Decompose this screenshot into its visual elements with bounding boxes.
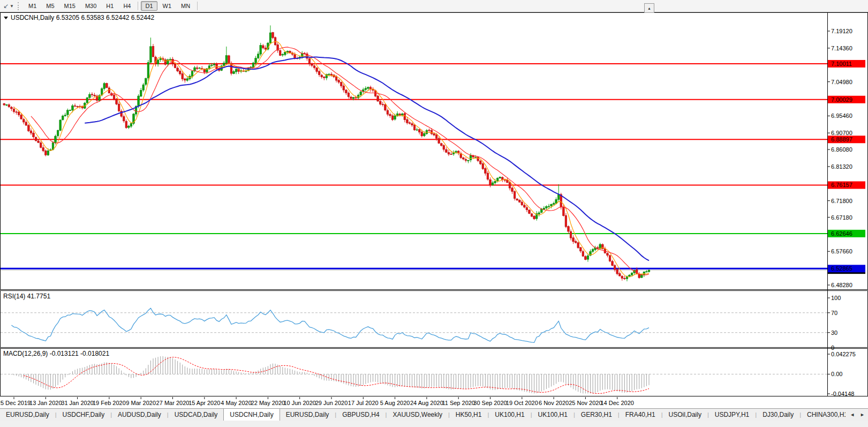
candle-body (365, 88, 367, 90)
candle-body (318, 71, 320, 75)
timeframe-button-d1[interactable]: D1 (141, 1, 157, 11)
tab-audusd-daily[interactable]: AUDUSD,Daily (112, 409, 167, 421)
scrollbar-up-button[interactable]: ▲ (644, 3, 654, 13)
candle-body (540, 209, 542, 212)
candle-body (465, 159, 467, 160)
tab-usdcnh-daily[interactable]: USDCNH,Daily (223, 409, 280, 421)
tab-scroll-left-icon[interactable]: ◄ (848, 411, 857, 418)
candle-body (446, 149, 448, 152)
date-label: 9 Mar 2020 (126, 400, 156, 406)
candle-body (116, 99, 118, 104)
candle-body (406, 119, 409, 123)
candle-body (130, 123, 132, 126)
timeframe-button-m1[interactable]: M1 (24, 1, 41, 11)
candle-body (20, 115, 22, 119)
candle-body (294, 55, 296, 58)
chart-dropdown-caret-icon[interactable]: ▼ (10, 4, 16, 9)
tab-usdchf-daily[interactable]: USDCHF,Daily (57, 409, 111, 421)
tab-ger30-h1[interactable]: GER30,H1 (575, 409, 618, 421)
candle-body (629, 275, 631, 276)
candle-body (391, 116, 394, 119)
tab-xauusd-weekly[interactable]: XAUUSD,Weekly (387, 409, 448, 421)
candle-body (42, 148, 44, 151)
candle-body (440, 144, 442, 146)
candle-body (438, 138, 440, 143)
price-tick-label: 6.95460 (831, 113, 852, 119)
date-label: 10 Jun 2020 (283, 400, 316, 406)
candle-body (529, 210, 531, 213)
tab-usdcad-daily[interactable]: USDCAD,Daily (169, 409, 224, 421)
candle-body (169, 59, 171, 60)
timeframe-button-m15[interactable]: M15 (60, 1, 80, 11)
candle-body (13, 109, 15, 111)
timeframe-button-m5[interactable]: M5 (42, 1, 58, 11)
timeframe-button-mn[interactable]: MN (177, 1, 194, 11)
candle-body (389, 115, 391, 116)
chart-title: USDCNH,Daily 6.53205 6.53583 6.52442 6.5… (11, 14, 155, 21)
chart-shift-icon[interactable]: ↙ (0, 2, 10, 10)
toolbar-grip[interactable] (18, 2, 20, 10)
candle-body (67, 110, 69, 115)
candle-body (3, 103, 5, 105)
candle-body (311, 64, 313, 65)
candle-body (612, 261, 614, 266)
macd-panel[interactable] (1, 349, 868, 396)
candle-body (570, 231, 572, 238)
date-label: 25 Dec 2019 (0, 400, 31, 406)
timeframe-button-h4[interactable]: H4 (119, 1, 135, 11)
candle-body (565, 215, 567, 227)
tab-usdjpy-h1[interactable]: USDJPY,H1 (709, 409, 755, 421)
candle-body (394, 116, 396, 119)
timeframe-buttons: M1M5M15M30H1H4D1W1MN (24, 1, 200, 11)
timeframe-button-m30[interactable]: M30 (81, 1, 101, 11)
date-label: 27 Mar 2020 (156, 400, 190, 406)
tab-dj30-daily[interactable]: DJ30,Daily (757, 409, 799, 421)
date-label: 25 Nov 2020 (569, 400, 602, 406)
main-chart-panel[interactable] (1, 13, 868, 290)
tab-fra40-h1[interactable]: FRA40,H1 (620, 409, 661, 421)
timeframe-button-h1[interactable]: H1 (102, 1, 118, 11)
candle-body (550, 204, 553, 206)
candle-body (55, 136, 57, 143)
tab-gbpusd-h4[interactable]: GBPUSD,H4 (336, 409, 385, 421)
tab-uk100-h1[interactable]: UK100,H1 (489, 409, 530, 421)
candle-body (157, 60, 159, 64)
tab-scroll-right-icon[interactable]: ► (858, 411, 867, 418)
candle-body (62, 116, 64, 119)
hline-label: 6.76157 (831, 182, 852, 188)
date-label: 11 Sep 2020 (442, 400, 475, 406)
candle-body (575, 241, 577, 243)
candle-body (424, 133, 426, 136)
price-tick-label: 6.81320 (831, 163, 852, 170)
tab-usoil-daily[interactable]: USOil,Daily (663, 409, 707, 421)
candle-body (140, 90, 142, 96)
candle-body (479, 161, 481, 164)
price-tick-label: 7.04980 (831, 79, 852, 85)
candle-body (269, 33, 271, 43)
price-tick-label: 6.90700 (831, 130, 852, 136)
candle-body (648, 270, 650, 272)
price-tick-label: 7.14360 (831, 45, 852, 51)
candle-body (618, 274, 621, 276)
timeframe-button-w1[interactable]: W1 (158, 1, 176, 11)
candle-body (516, 199, 518, 200)
candle-body (433, 134, 435, 135)
rsi-tick-label: 100 (831, 295, 841, 301)
tab-eurusd-daily[interactable]: EURUSD,Daily (0, 409, 55, 421)
candle-body (607, 253, 609, 256)
tab-uk100-h1[interactable]: UK100,H1 (532, 409, 573, 421)
candle-body (284, 53, 286, 55)
candle-body (118, 104, 120, 111)
tab-hk50-h1[interactable]: HK50,H1 (450, 409, 488, 421)
date-label: 24 Aug 2020 (410, 400, 443, 406)
candle-body (579, 248, 582, 251)
date-label: 14 Dec 2020 (601, 400, 634, 406)
candle-body (557, 194, 560, 199)
rsi-panel[interactable] (1, 291, 868, 348)
candle-body (203, 69, 206, 72)
candle-body (418, 130, 420, 132)
candle-body (69, 110, 71, 111)
tab-eurusd-daily[interactable]: EURUSD,Daily (280, 409, 335, 421)
candle-body (321, 75, 323, 77)
candle-body (533, 216, 535, 219)
